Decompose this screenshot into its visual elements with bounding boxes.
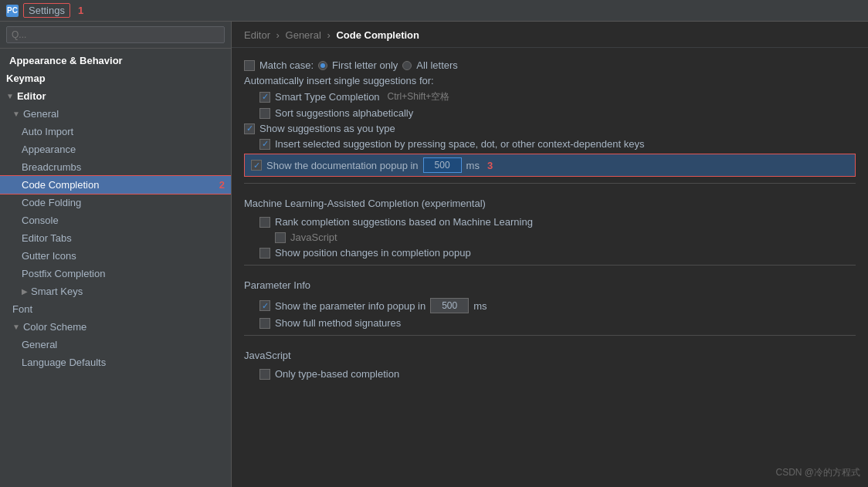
insert-selected-checkbox[interactable] (259, 139, 270, 150)
breadcrumb-general: General (286, 29, 321, 41)
show-param-popup-label: Show the parameter info popup in (275, 300, 426, 312)
main-content: Appearance & Behavior Keymap ▼ Editor ▼ … (0, 22, 868, 487)
show-doc-popup-label: Show the documentation popup in (266, 160, 419, 171)
divider-1 (244, 183, 856, 184)
insert-selected-label: Insert selected suggestion by pressing s… (275, 138, 644, 150)
js-ml-checkbox[interactable] (275, 232, 286, 243)
show-full-method-checkbox[interactable] (259, 318, 270, 329)
divider-3 (244, 335, 856, 336)
sidebar-item-breadcrumbs[interactable]: Breadcrumbs (0, 158, 231, 176)
show-full-method-row: Show full method signatures (244, 317, 856, 329)
triangle-icon: ▼ (12, 110, 20, 118)
first-letter-label: First letter only (332, 59, 398, 71)
sidebar-item-code-completion[interactable]: Code Completion 2 (0, 176, 231, 194)
sidebar-item-auto-import[interactable]: Auto Import (0, 123, 231, 140)
breadcrumb-editor: Editor (244, 29, 270, 41)
settings-body: Match case: First letter only All letter… (232, 48, 868, 487)
sidebar-item-editor[interactable]: ▼ Editor (0, 87, 231, 105)
only-type-based-checkbox[interactable] (259, 369, 270, 380)
parameter-info-label: Parameter Info (244, 279, 310, 291)
sidebar-item-keymap[interactable]: Keymap (0, 69, 231, 87)
sidebar-item-appearance-behavior[interactable]: Appearance & Behavior (0, 52, 231, 69)
search-input[interactable] (6, 26, 225, 43)
sidebar: Appearance & Behavior Keymap ▼ Editor ▼ … (0, 22, 232, 487)
js-section-label: JavaScript (244, 350, 291, 361)
window-title: Settings (23, 3, 70, 18)
param-popup-unit: ms (473, 300, 487, 312)
insert-selected-row: Insert selected suggestion by pressing s… (244, 138, 856, 150)
sort-alpha-checkbox[interactable] (259, 108, 270, 119)
first-letter-radio[interactable] (318, 61, 327, 70)
sidebar-item-editor-tabs[interactable]: Editor Tabs (0, 229, 231, 247)
doc-popup-unit: ms (466, 160, 480, 171)
sort-alpha-row: Sort suggestions alphabetically (244, 107, 856, 119)
annotation-1: 1 (78, 5, 83, 16)
sidebar-item-color-scheme[interactable]: ▼ Color Scheme (0, 318, 231, 336)
annotation-3: 3 (487, 160, 493, 171)
match-case-row: Match case: First letter only All letter… (244, 59, 856, 71)
auto-insert-label: Automatically insert single suggestions … (244, 75, 434, 86)
match-case-label: Match case: (259, 59, 314, 71)
watermark: CSDN @冷的方程式 (775, 466, 860, 479)
match-case-checkbox[interactable] (244, 60, 255, 71)
smart-type-row: Smart Type Completion Ctrl+Shift+空格 (244, 90, 856, 103)
auto-insert-row: Automatically insert single suggestions … (244, 75, 856, 86)
only-type-based-row: Only type-based completion (244, 368, 856, 380)
sort-alpha-label: Sort suggestions alphabetically (275, 107, 413, 119)
app-icon: PC (6, 5, 19, 17)
smart-type-checkbox[interactable] (259, 92, 270, 103)
only-type-based-label: Only type-based completion (275, 368, 399, 380)
sidebar-item-general[interactable]: ▼ General (0, 105, 231, 123)
smart-type-shortcut: Ctrl+Shift+空格 (388, 90, 450, 103)
divider-2 (244, 265, 856, 265)
show-position-label: Show position changes in completion popu… (275, 247, 471, 259)
ml-section-label-row: Machine Learning-Assisted Completion (ex… (244, 190, 856, 212)
right-panel: Editor › General › Code Completion Match… (232, 22, 868, 487)
sidebar-item-language-defaults[interactable]: Language Defaults (0, 353, 231, 371)
rank-ml-label: Rank completion suggestions based on Mac… (275, 216, 533, 228)
sidebar-item-console[interactable]: Console (0, 211, 231, 229)
js-ml-label: JavaScript (290, 232, 337, 243)
show-param-popup-checkbox[interactable] (259, 300, 270, 311)
show-position-checkbox[interactable] (259, 248, 270, 259)
breadcrumb-current: Code Completion (336, 29, 419, 41)
triangle-icon: ▼ (12, 323, 20, 331)
sidebar-item-appearance[interactable]: Appearance (0, 140, 231, 158)
annotation-2: 2 (219, 179, 225, 191)
nav-tree: Appearance & Behavior Keymap ▼ Editor ▼ … (0, 49, 231, 487)
js-section-row: JavaScript (244, 342, 856, 364)
sidebar-item-smart-keys[interactable]: ▶ Smart Keys (0, 282, 231, 300)
show-doc-popup-row: Show the documentation popup in ms 3 (244, 154, 856, 177)
js-ml-row: JavaScript (244, 232, 856, 243)
breadcrumb: Editor › General › Code Completion (232, 22, 868, 48)
show-position-row: Show position changes in completion popu… (244, 247, 856, 259)
show-suggestions-checkbox[interactable] (244, 123, 255, 134)
sidebar-item-scheme-general[interactable]: General (0, 336, 231, 353)
sidebar-item-gutter-icons[interactable]: Gutter Icons (0, 247, 231, 265)
parameter-info-row: Parameter Info (244, 272, 856, 294)
title-bar: PC Settings 1 (0, 0, 868, 22)
search-box (0, 22, 231, 49)
show-param-popup-row: Show the parameter info popup in ms (244, 298, 856, 313)
all-letters-radio[interactable] (402, 61, 412, 70)
sidebar-item-code-folding[interactable]: Code Folding (0, 194, 231, 211)
ml-section-label: Machine Learning-Assisted Completion (ex… (244, 198, 486, 209)
show-doc-popup-checkbox[interactable] (251, 160, 262, 171)
show-suggestions-row: Show suggestions as you type (244, 123, 856, 134)
show-suggestions-label: Show suggestions as you type (259, 123, 395, 134)
sidebar-item-postfix-completion[interactable]: Postfix Completion (0, 265, 231, 282)
triangle-icon: ▼ (6, 92, 14, 100)
triangle-icon: ▶ (22, 287, 28, 296)
rank-ml-checkbox[interactable] (259, 217, 270, 228)
rank-ml-row: Rank completion suggestions based on Mac… (244, 216, 856, 228)
all-letters-label: All letters (416, 59, 457, 71)
sidebar-item-font[interactable]: Font (0, 300, 231, 318)
param-popup-value-input[interactable] (430, 298, 469, 313)
smart-type-label: Smart Type Completion (275, 91, 380, 103)
doc-popup-value-input[interactable] (423, 157, 462, 173)
show-full-method-label: Show full method signatures (275, 317, 401, 329)
